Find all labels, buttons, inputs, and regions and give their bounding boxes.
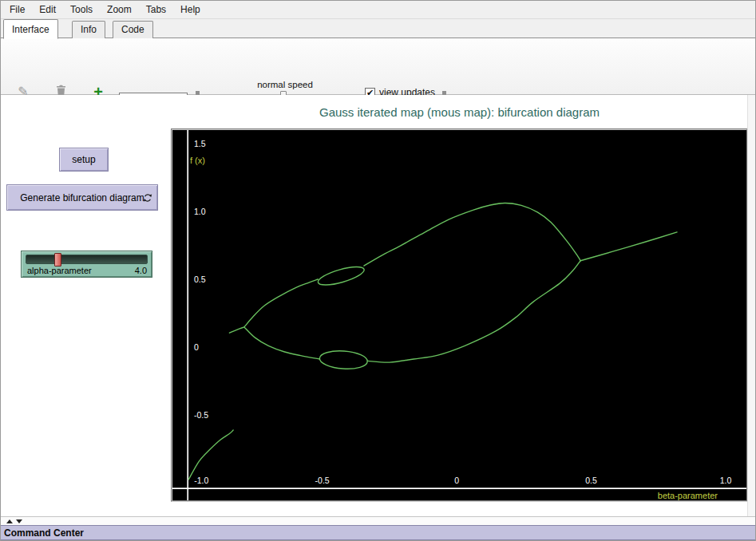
menu-zoom[interactable]: Zoom — [100, 2, 139, 18]
slider-label: alpha-parameter — [27, 266, 92, 275]
splitter-down-arrow-icon[interactable] — [16, 519, 22, 523]
generate-button-label: Generate bifurcation diagram — [20, 192, 144, 203]
bifurcation-curve-lower-branch-right — [368, 261, 580, 362]
x-tick-label: 0.5 — [585, 476, 597, 485]
x-tick-label: -0.5 — [315, 476, 330, 485]
slider-groove[interactable] — [26, 255, 148, 264]
interface-canvas: Gauss iterated map (mous map): bifurcati… — [1, 95, 755, 516]
plot-title: Gauss iterated map (mous map): bifurcati… — [171, 105, 748, 119]
command-center-title: Command Center — [1, 527, 84, 539]
generate-bifurcation-button[interactable]: Generate bifurcation diagram — [6, 184, 158, 211]
bifurcation-curve-right-branch — [580, 232, 677, 261]
splitter-up-arrow-icon[interactable] — [6, 519, 13, 523]
tab-info[interactable]: Info — [72, 21, 105, 38]
menu-tools[interactable]: Tools — [63, 2, 100, 18]
menu-bar: FileEditToolsZoomTabsHelp — [1, 1, 755, 19]
bifurcation-curve-upper-branch-left — [244, 279, 318, 327]
tab-code[interactable]: Code — [113, 21, 153, 38]
slider-handle[interactable] — [54, 253, 61, 267]
alpha-parameter-slider[interactable]: alpha-parameter 4.0 — [21, 251, 152, 278]
slider-value: 4.0 — [135, 266, 147, 275]
bifurcation-curve-left-tail — [229, 327, 244, 333]
y-tick-label: -0.5 — [194, 410, 208, 420]
bifurcation-curve-lower-branch-left — [244, 327, 319, 359]
x-tick-label: 0 — [454, 476, 459, 485]
bifurcation-plot-widget: 1.51.00.50-0.5-1.0-0.500.51.0f (x)beta-p… — [171, 128, 748, 502]
menu-help[interactable]: Help — [173, 2, 208, 18]
command-center-splitter — [1, 516, 755, 525]
menu-tabs[interactable]: Tabs — [139, 2, 173, 18]
x-tick-label: 1.0 — [720, 476, 732, 485]
speed-slider-label: normal speed — [215, 80, 355, 89]
y-tick-label: 1.0 — [194, 207, 206, 216]
plot-ylabel: f (x) — [190, 156, 205, 165]
setup-button[interactable]: setup — [59, 148, 109, 172]
menu-edit[interactable]: Edit — [32, 2, 63, 18]
setup-button-label: setup — [72, 154, 95, 165]
command-center-bar: Command Center — [1, 525, 755, 540]
bifurcation-plot-canvas: 1.51.00.50-0.5-1.0-0.500.51.0f (x)beta-p… — [172, 130, 746, 500]
period-doubling-bubble-1 — [316, 263, 366, 289]
y-tick-label: 1.5 — [194, 139, 206, 148]
plot-xlabel: beta-parameter — [658, 491, 718, 500]
period-doubling-bubble-2 — [319, 349, 368, 370]
bifurcation-curve-lower-left-arc — [188, 430, 233, 480]
bifurcation-curve-upper-branch-right — [364, 203, 580, 266]
tab-interface[interactable]: Interface — [3, 19, 58, 39]
forever-icon — [143, 193, 152, 203]
tab-bar: InterfaceInfoCode — [1, 19, 755, 38]
menu-file[interactable]: File — [2, 2, 32, 18]
vertical-scrollbar[interactable] — [747, 95, 755, 516]
netlogo-window: FileEditToolsZoomTabsHelp InterfaceInfoC… — [0, 0, 756, 541]
x-tick-label: -1.0 — [194, 476, 208, 485]
y-tick-label: 0 — [194, 342, 199, 352]
toolbar: ✎ Edit Delete + Add ✦ abc Button ▼ norma… — [1, 38, 755, 95]
y-tick-label: 0.5 — [194, 274, 206, 284]
